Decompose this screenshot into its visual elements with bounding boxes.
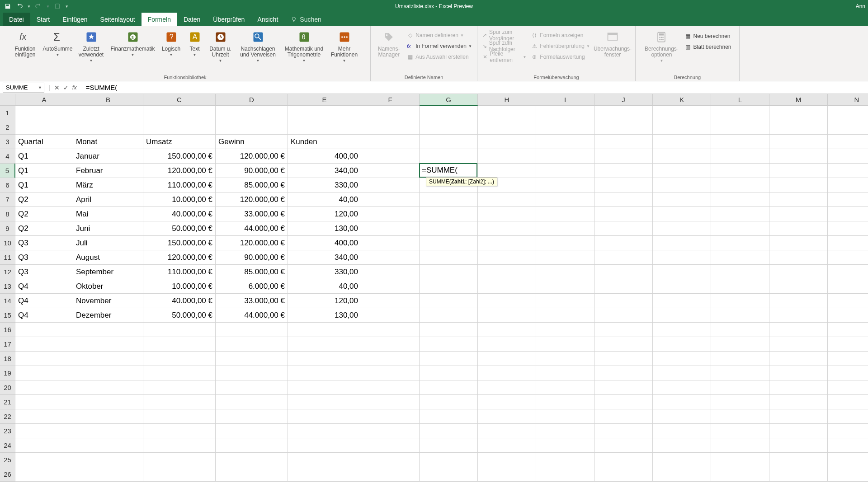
cell-G20[interactable] [420, 380, 478, 395]
cell-E8[interactable]: 120,00 [288, 207, 361, 221]
cell-A2[interactable] [15, 120, 73, 135]
cell-B16[interactable] [73, 323, 143, 337]
cell-C18[interactable] [143, 352, 216, 366]
cell-B18[interactable] [73, 352, 143, 366]
column-header-M[interactable]: M [769, 94, 828, 106]
cell-D19[interactable] [216, 366, 288, 380]
cell-E24[interactable] [288, 438, 361, 453]
cell-E23[interactable] [288, 424, 361, 438]
cell-N2[interactable] [828, 120, 868, 135]
cell-B22[interactable] [73, 409, 143, 424]
cell-B19[interactable] [73, 366, 143, 380]
cell-B5[interactable]: Februar [73, 164, 143, 178]
cell-F13[interactable] [361, 279, 420, 294]
cell-K8[interactable] [653, 207, 711, 221]
cell-K5[interactable] [653, 164, 711, 178]
cell-D10[interactable]: 120.000,00 € [216, 236, 288, 250]
cell-F8[interactable] [361, 207, 420, 221]
row-header-4[interactable]: 4 [0, 149, 15, 164]
cell-H21[interactable] [478, 395, 536, 409]
cell-D3[interactable]: Gewinn [216, 135, 288, 149]
cell-C25[interactable] [143, 453, 216, 467]
cell-L14[interactable] [711, 294, 769, 308]
cell-I16[interactable] [536, 323, 594, 337]
cells-area[interactable]: QuartalMonatUmsatzGewinnKundenQ1Januar15… [15, 106, 868, 482]
tell-me-search[interactable]: Suchen [284, 13, 327, 26]
cell-B10[interactable]: Juli [73, 236, 143, 250]
blatt-berechnen-button[interactable]: ▥Blatt berechnen [682, 42, 733, 52]
cell-F15[interactable] [361, 308, 420, 323]
save-icon[interactable] [4, 2, 12, 10]
cell-I20[interactable] [536, 380, 594, 395]
row-header-26[interactable]: 26 [0, 467, 15, 482]
funktion-einfuegen-button[interactable]: fx Funktion einfügen [10, 28, 40, 60]
row-header-1[interactable]: 1 [0, 106, 15, 120]
row-header-15[interactable]: 15 [0, 308, 15, 323]
confirm-edit-button[interactable]: ✓ [63, 84, 69, 91]
cell-G13[interactable] [420, 279, 478, 294]
cell-K1[interactable] [653, 106, 711, 120]
row-header-20[interactable]: 20 [0, 380, 15, 395]
cell-A6[interactable]: Q1 [15, 178, 73, 192]
cell-I17[interactable] [536, 337, 594, 352]
cell-E16[interactable] [288, 323, 361, 337]
cell-F4[interactable] [361, 149, 420, 164]
cell-M9[interactable] [769, 221, 828, 236]
cell-E7[interactable]: 40,00 [288, 192, 361, 207]
cell-K3[interactable] [653, 135, 711, 149]
cell-I5[interactable] [536, 164, 594, 178]
cell-A26[interactable] [15, 467, 73, 482]
cell-J3[interactable] [594, 135, 653, 149]
cell-K13[interactable] [653, 279, 711, 294]
row-header-23[interactable]: 23 [0, 424, 15, 438]
cell-F25[interactable] [361, 453, 420, 467]
cell-K4[interactable] [653, 149, 711, 164]
cell-G12[interactable] [420, 265, 478, 279]
cell-M4[interactable] [769, 149, 828, 164]
cell-A25[interactable] [15, 453, 73, 467]
cell-E4[interactable]: 400,00 [288, 149, 361, 164]
cell-B1[interactable] [73, 106, 143, 120]
fx-icon[interactable]: fx [72, 84, 77, 91]
cell-B3[interactable]: Monat [73, 135, 143, 149]
row-header-8[interactable]: 8 [0, 207, 15, 221]
cell-N8[interactable] [828, 207, 868, 221]
cell-G3[interactable] [420, 135, 478, 149]
cell-J19[interactable] [594, 366, 653, 380]
cell-K19[interactable] [653, 366, 711, 380]
cell-A14[interactable]: Q4 [15, 294, 73, 308]
cell-I21[interactable] [536, 395, 594, 409]
qat-customize-icon[interactable]: ▼ [65, 5, 69, 9]
cell-B20[interactable] [73, 380, 143, 395]
cell-L17[interactable] [711, 337, 769, 352]
cell-A21[interactable] [15, 395, 73, 409]
cell-L1[interactable] [711, 106, 769, 120]
cell-N11[interactable] [828, 250, 868, 265]
cell-C19[interactable] [143, 366, 216, 380]
cell-A20[interactable] [15, 380, 73, 395]
row-header-11[interactable]: 11 [0, 250, 15, 265]
row-header-9[interactable]: 9 [0, 221, 15, 236]
active-cell-editor[interactable]: =SUMME( [419, 163, 477, 178]
cell-F2[interactable] [361, 120, 420, 135]
cell-D4[interactable]: 120.000,00 € [216, 149, 288, 164]
cell-J11[interactable] [594, 250, 653, 265]
cell-E22[interactable] [288, 409, 361, 424]
cell-J13[interactable] [594, 279, 653, 294]
cell-G1[interactable] [420, 106, 478, 120]
cell-C9[interactable]: 50.000,00 € [143, 221, 216, 236]
cell-I15[interactable] [536, 308, 594, 323]
cell-G14[interactable] [420, 294, 478, 308]
cell-I9[interactable] [536, 221, 594, 236]
cell-C6[interactable]: 110.000,00 € [143, 178, 216, 192]
cell-D5[interactable]: 90.000,00 € [216, 164, 288, 178]
cell-A4[interactable]: Q1 [15, 149, 73, 164]
row-header-10[interactable]: 10 [0, 236, 15, 250]
cell-I11[interactable] [536, 250, 594, 265]
cell-J22[interactable] [594, 409, 653, 424]
cell-D18[interactable] [216, 352, 288, 366]
cell-F16[interactable] [361, 323, 420, 337]
cell-K18[interactable] [653, 352, 711, 366]
row-header-24[interactable]: 24 [0, 438, 15, 453]
cell-L20[interactable] [711, 380, 769, 395]
